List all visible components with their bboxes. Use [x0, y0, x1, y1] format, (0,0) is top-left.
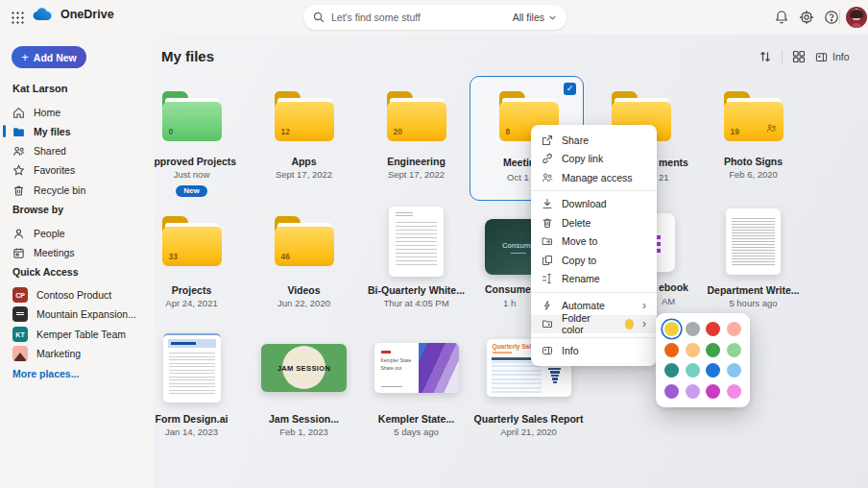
- new-badge: New: [176, 185, 206, 197]
- grid-view-icon[interactable]: [792, 50, 806, 63]
- sidebar-item-mountain-expansion[interactable]: Mountain Expansion...: [0, 305, 154, 324]
- sidebar-item-favorites[interactable]: Favorites: [0, 160, 154, 180]
- color-swatch-purple[interactable]: [664, 384, 679, 399]
- color-swatch-magenta[interactable]: [706, 384, 720, 399]
- menu-item-info[interactable]: Info: [531, 341, 657, 360]
- color-swatch-gray[interactable]: [686, 322, 700, 336]
- manage-access-icon: [542, 172, 553, 183]
- menu-item-share[interactable]: Share: [531, 131, 657, 150]
- document-thumbnail: [389, 207, 444, 277]
- page-title: My files: [161, 48, 214, 64]
- context-menu: Share Copy link Manage access Download D…: [531, 125, 657, 366]
- chevron-down-icon: [548, 13, 557, 22]
- copy-link-icon: [542, 153, 553, 164]
- info-pane-icon: [815, 51, 828, 63]
- menu-item-copy-link[interactable]: Copy link: [531, 150, 657, 169]
- settings-gear-icon[interactable]: [799, 10, 814, 25]
- search-bar[interactable]: Let's find some stuff All files: [303, 5, 567, 30]
- color-swatch-blue[interactable]: [706, 363, 720, 378]
- person-icon: [12, 228, 25, 240]
- info-pane-button[interactable]: Info: [815, 51, 850, 63]
- folder-item-count: 19: [731, 127, 739, 136]
- color-swatch-yellow-selected[interactable]: [664, 322, 679, 336]
- folder-card-apps[interactable]: 12 Apps Sept 17, 2022: [248, 83, 360, 180]
- notifications-icon[interactable]: [774, 10, 789, 25]
- sidebar-item-shared[interactable]: Shared: [0, 141, 154, 160]
- color-swatch-pink[interactable]: [727, 384, 741, 399]
- selected-indicator: [3, 125, 6, 137]
- sidebar-item-contoso-product[interactable]: CP Contoso Product: [0, 285, 154, 305]
- folder-card-engineering[interactable]: 20 Engineering Sept 17, 2022: [360, 83, 472, 180]
- topbar-divider: [839, 10, 840, 25]
- file-card-jam-session[interactable]: JAM SESSION Jam Session... Feb 1, 2023: [248, 329, 360, 437]
- file-card-biquarterly[interactable]: Bi-Quarterly White... Thur at 4:05 PM: [360, 204, 472, 308]
- sidebar-item-people[interactable]: People: [0, 224, 154, 243]
- folder-icon-yellow: 19: [724, 91, 784, 141]
- folder-color-palette: [656, 313, 750, 407]
- color-swatch-red[interactable]: [706, 322, 720, 336]
- color-swatch-salmon[interactable]: [727, 322, 741, 336]
- color-swatch-teal[interactable]: [664, 363, 679, 378]
- menu-item-manage-access[interactable]: Manage access: [531, 168, 657, 187]
- menu-item-folder-color[interactable]: Folder color ›: [531, 315, 657, 334]
- sidebar-item-my-files[interactable]: My files: [0, 122, 154, 141]
- home-icon: [12, 107, 25, 119]
- folder-item-count: 33: [169, 252, 178, 261]
- help-icon[interactable]: [824, 10, 839, 25]
- sidebar-item-home[interactable]: Home: [0, 103, 154, 122]
- people-icon: [12, 145, 25, 158]
- color-swatch-light-green[interactable]: [727, 343, 741, 357]
- account-avatar[interactable]: [846, 7, 867, 28]
- mountain-tile-icon: [12, 306, 28, 322]
- folder-icon-yellow: 20: [387, 91, 446, 141]
- app-launcher-icon[interactable]: [11, 11, 24, 24]
- folder-card-videos[interactable]: 46 Videos Jun 22, 2020: [248, 204, 360, 308]
- add-new-button[interactable]: + Add New: [12, 46, 86, 68]
- menu-divider: [531, 190, 657, 191]
- folder-icon-green: 0: [162, 91, 222, 141]
- submenu-chevron-icon: ›: [642, 318, 646, 329]
- folder-icon-yellow: 46: [275, 216, 334, 266]
- form-thumbnail: [163, 333, 221, 403]
- folder-item-count: 46: [281, 252, 290, 261]
- document-thumbnail: [726, 208, 781, 275]
- search-scope-dropdown[interactable]: All files: [513, 12, 557, 23]
- browse-by-heading: Browse by: [12, 204, 63, 215]
- folder-item-count: 20: [394, 127, 402, 136]
- consumer-date-fragment: 1 h: [503, 298, 516, 308]
- copy-to-icon: [542, 255, 553, 266]
- top-bar: OneDrive Let's find some stuff All files: [0, 0, 868, 35]
- color-swatch-orange[interactable]: [664, 343, 679, 357]
- sidebar-item-marketing[interactable]: Marketing: [0, 344, 154, 363]
- more-places-link[interactable]: More places...: [12, 368, 79, 379]
- folder-item-count: 0: [169, 127, 174, 136]
- file-card-department[interactable]: Department Write... 5 hours ago: [697, 204, 809, 308]
- sidebar-item-recycle-bin[interactable]: Recycle bin: [0, 181, 154, 200]
- consumer-name-fragment: Consumer: [485, 283, 535, 295]
- color-swatch-light-blue[interactable]: [727, 363, 741, 378]
- menu-item-copy-to[interactable]: Copy to: [531, 251, 657, 270]
- folder-card-photo-signs[interactable]: 19 Photo Signs Feb 6, 2020: [697, 83, 809, 180]
- color-swatch-aqua[interactable]: [686, 363, 700, 378]
- submenu-chevron-icon: ›: [642, 300, 646, 311]
- folder-item-count: 12: [281, 127, 290, 136]
- current-color-swatch: [625, 319, 634, 329]
- marketing-tile-icon: [12, 346, 28, 361]
- sidebar-item-meetings[interactable]: Meetings: [0, 243, 154, 262]
- color-swatch-peach[interactable]: [686, 343, 700, 357]
- ments-date-fragment: 21: [659, 172, 669, 183]
- file-card-kempler[interactable]: Kempler StateShare out Kempler State... …: [360, 329, 472, 437]
- sort-icon[interactable]: [759, 50, 772, 63]
- menu-item-move-to[interactable]: Move to: [531, 232, 657, 252]
- folder-icon-yellow: 33: [162, 216, 222, 266]
- move-to-icon: [542, 235, 553, 247]
- onedrive-logo[interactable]: OneDrive: [33, 7, 114, 21]
- notebook-date-fragment: AM: [662, 296, 675, 306]
- color-swatch-lavender[interactable]: [686, 384, 700, 399]
- folder-icon: [12, 126, 25, 138]
- color-swatch-green[interactable]: [706, 343, 720, 357]
- menu-item-rename[interactable]: Rename: [531, 270, 657, 289]
- menu-item-delete[interactable]: Delete: [531, 213, 657, 232]
- menu-item-download[interactable]: Download: [531, 195, 657, 214]
- sidebar-item-kemper-table-team[interactable]: KT Kemper Table Team: [0, 325, 154, 344]
